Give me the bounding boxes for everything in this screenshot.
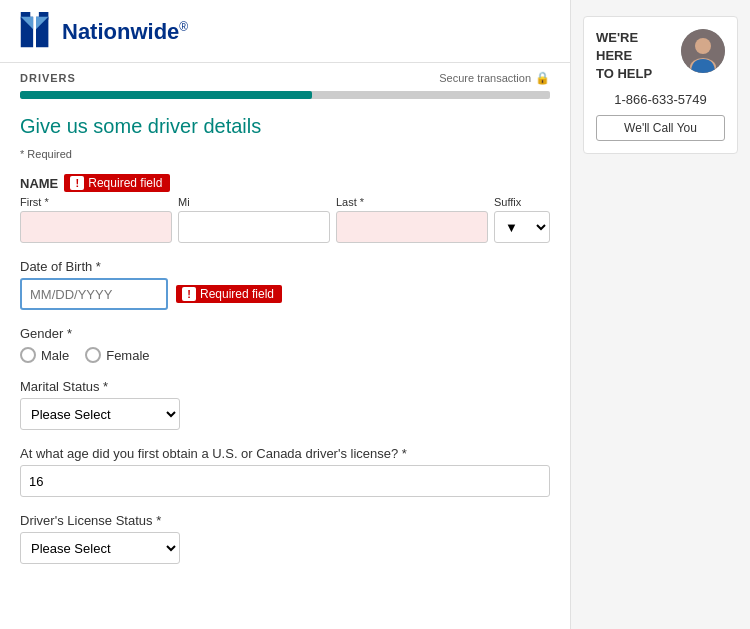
name-label: NAME <box>20 176 58 191</box>
license-age-input[interactable] <box>20 465 550 497</box>
name-error-badge: ! Required field <box>64 174 170 192</box>
suffix-select[interactable]: ▼ Jr. Sr. II III <box>494 211 550 243</box>
license-status-select[interactable]: Please Select Active Expired Suspended R… <box>20 532 180 564</box>
call-button[interactable]: We'll Call You <box>596 115 725 141</box>
suffix-label: Suffix <box>494 196 550 208</box>
phone-number: 1-866-633-5749 <box>614 92 707 107</box>
license-age-label: At what age did you first obtain a U.S. … <box>20 446 550 461</box>
secure-transaction: Secure transaction 🔒 <box>439 71 550 85</box>
license-age-field-group: At what age did you first obtain a U.S. … <box>20 446 550 497</box>
logo-text: Nationwide® <box>62 19 188 45</box>
form-section: Give us some driver details * Required N… <box>0 99 570 600</box>
gender-female-option[interactable]: Female <box>85 347 149 363</box>
progress-bar <box>20 91 550 99</box>
last-name-input[interactable] <box>336 211 488 243</box>
last-label: Last * <box>336 196 488 208</box>
required-note: * Required <box>20 148 550 160</box>
dob-input[interactable] <box>20 278 168 310</box>
progress-label: DRIVERS <box>20 72 76 84</box>
marital-status-field-group: Marital Status * Please Select Single Ma… <box>20 379 550 430</box>
header: Nationwide® <box>0 0 570 63</box>
form-title: Give us some driver details <box>20 115 550 138</box>
nationwide-logo-icon <box>20 12 52 52</box>
license-status-label: Driver's License Status * <box>20 513 550 528</box>
mi-group: Mi <box>178 196 330 243</box>
name-field-group: NAME ! Required field First * Mi Last * <box>20 174 550 243</box>
dob-error-icon: ! <box>182 287 196 301</box>
svg-point-7 <box>695 38 711 54</box>
lock-icon: 🔒 <box>535 71 550 85</box>
suffix-group: Suffix ▼ Jr. Sr. II III <box>494 196 550 243</box>
dob-label: Date of Birth * <box>20 259 550 274</box>
gender-male-option[interactable]: Male <box>20 347 69 363</box>
progress-bar-fill <box>20 91 312 99</box>
help-card: WE'RE HERE TO HELP 1-866-633-5749 We'll … <box>583 16 738 154</box>
last-name-group: Last * <box>336 196 488 243</box>
mi-input[interactable] <box>178 211 330 243</box>
marital-status-label: Marital Status * <box>20 379 550 394</box>
gender-field-group: Gender * Male Female <box>20 326 550 363</box>
marital-status-select[interactable]: Please Select Single Married Divorced Wi… <box>20 398 180 430</box>
dob-error-badge: ! Required field <box>176 285 282 303</box>
avatar <box>681 29 725 73</box>
first-name-input[interactable] <box>20 211 172 243</box>
first-name-group: First * <box>20 196 172 243</box>
help-text: WE'RE HERE TO HELP <box>596 29 652 84</box>
name-error-icon: ! <box>70 176 84 190</box>
first-label: First * <box>20 196 172 208</box>
license-status-field-group: Driver's License Status * Please Select … <box>20 513 550 564</box>
gender-label: Gender * <box>20 326 550 341</box>
progress-section: DRIVERS Secure transaction 🔒 <box>0 63 570 99</box>
male-radio-icon <box>20 347 36 363</box>
female-radio-icon <box>85 347 101 363</box>
dob-field-group: Date of Birth * ! Required field <box>20 259 550 310</box>
sidebar: WE'RE HERE TO HELP 1-866-633-5749 We'll … <box>570 0 750 629</box>
mi-label: Mi <box>178 196 330 208</box>
